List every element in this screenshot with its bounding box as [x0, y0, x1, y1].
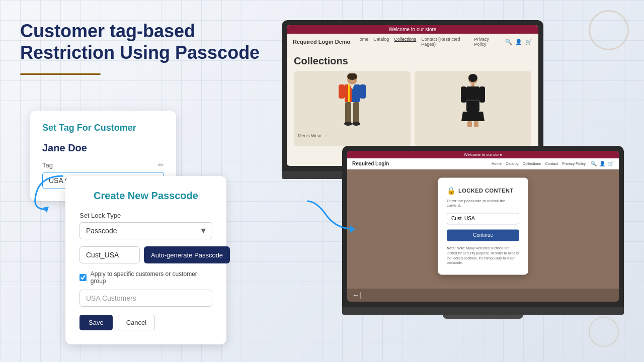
tag-field-label: Tag	[42, 161, 53, 169]
nav-privacy[interactable]: Privacy Policy	[474, 37, 499, 47]
collection-mens[interactable]: Men's Wear →	[294, 71, 411, 146]
cart-icon[interactable]: 🛒	[525, 39, 532, 45]
lock-type-select[interactable]: Passcode	[79, 222, 212, 239]
svg-rect-8	[360, 84, 366, 99]
svg-marker-18	[461, 112, 485, 121]
passcode-card: Create New Passcode Set Lock Type Passco…	[65, 176, 226, 344]
laptop-front-base	[342, 307, 624, 315]
womens-wear-label[interactable]	[415, 131, 531, 135]
locked-note: Note: Note: Many websites sections are l…	[447, 246, 519, 265]
front-nav-links: Home Catalog Collections Contact Privacy…	[394, 161, 586, 166]
apply-customers-label: Apply to specific customers or customer …	[91, 270, 212, 285]
title-underline	[20, 73, 101, 75]
womens-figure	[415, 71, 531, 131]
store-nav-links-back: Home Catalog Collections Contact (Restri…	[356, 37, 499, 47]
lock-type-select-wrapper: Passcode ▼	[79, 222, 212, 239]
search-icon[interactable]: 🔍	[505, 39, 512, 45]
nav-catalog[interactable]: Catalog	[373, 37, 389, 47]
passcode-input[interactable]	[79, 246, 140, 263]
action-buttons: Save Cancel	[79, 315, 212, 330]
locked-description: Enter the passcode to unlock the content…	[447, 199, 519, 208]
edit-icon[interactable]: ✏	[158, 161, 164, 169]
left-section: Customer tag-based Restriction Using Pas…	[20, 20, 272, 90]
locked-popup: 🔒 LOCKED CONTENT Enter the passcode to u…	[438, 177, 528, 275]
collections-heading: Collections	[287, 50, 538, 71]
front-cart-icon[interactable]: 🛒	[608, 161, 614, 166]
deco-circle-2	[589, 317, 619, 347]
nav-back-icon[interactable]: ←|	[352, 291, 361, 299]
apply-customers-checkbox[interactable]	[79, 274, 87, 281]
apply-customers-row: Apply to specific customers or customer …	[79, 270, 212, 285]
passcode-row: Auto-generate Passcode	[79, 246, 212, 263]
locked-title: LOCKED CONTENT	[458, 188, 514, 194]
svg-point-12	[352, 122, 360, 126]
nav-home[interactable]: Home	[356, 37, 368, 47]
svg-rect-22	[467, 121, 472, 127]
mens-figure	[294, 71, 411, 131]
nav-collections[interactable]: Collections	[394, 37, 416, 47]
male-figure-svg	[335, 73, 370, 129]
svg-rect-10	[353, 102, 359, 123]
svg-rect-9	[345, 102, 351, 123]
front-nav-icons: 🔍 👤 🛒	[591, 161, 614, 166]
store-logo-front: Required Login	[352, 161, 389, 166]
store-nav-back: Required Login Demo Home Catalog Collect…	[287, 34, 538, 50]
tag-card-title: Set Tag For Customer	[42, 123, 164, 133]
customers-group-input[interactable]	[79, 290, 212, 307]
screen-inner-front: Welcome to our store Required Login Home…	[347, 151, 619, 302]
collection-grid: Men's Wear →	[287, 71, 538, 146]
front-nav-privacy[interactable]: Privacy Policy	[562, 161, 586, 166]
svg-rect-23	[474, 121, 478, 127]
store-logo-back: Required Login Demo	[293, 39, 350, 45]
passcode-card-title: Create New Passcode	[79, 190, 212, 202]
customer-name: Jane Doe	[42, 142, 164, 154]
svg-rect-16	[471, 84, 474, 86]
svg-rect-19	[461, 86, 466, 103]
laptop-front-stand	[443, 315, 523, 319]
front-user-icon[interactable]: 👤	[599, 161, 605, 166]
curved-arrow-2	[302, 196, 362, 246]
user-icon[interactable]: 👤	[515, 39, 522, 45]
deco-circle-1	[589, 10, 629, 50]
store-banner-back: Welcome to our store	[287, 25, 538, 34]
bottom-nav-bar: ←|	[347, 289, 619, 302]
lock-type-label: Set Lock Type	[79, 212, 212, 219]
cancel-button[interactable]: Cancel	[118, 315, 155, 330]
female-figure-svg	[455, 73, 491, 129]
screen-inner-back: Welcome to our store Required Login Demo…	[287, 25, 538, 166]
svg-point-15	[468, 74, 477, 82]
store-banner-front: Welcome to our store	[347, 151, 619, 158]
curved-arrow-1	[28, 173, 73, 214]
front-nav-catalog[interactable]: Catalog	[506, 161, 519, 166]
front-nav-collections[interactable]: Collections	[523, 161, 541, 166]
store-nav-front: Required Login Home Catalog Collections …	[347, 158, 619, 169]
save-button[interactable]: Save	[79, 315, 113, 330]
svg-marker-1	[350, 226, 355, 233]
svg-rect-21	[466, 100, 479, 101]
continue-button[interactable]: Continue	[447, 229, 519, 241]
svg-point-11	[344, 122, 352, 126]
svg-rect-7	[339, 84, 345, 99]
front-nav-home[interactable]: Home	[492, 161, 502, 166]
locked-header: 🔒 LOCKED CONTENT	[447, 187, 519, 195]
front-search-icon[interactable]: 🔍	[591, 161, 597, 166]
svg-rect-17	[466, 86, 479, 112]
svg-rect-6	[348, 84, 350, 102]
locked-passcode-input[interactable]	[447, 213, 519, 224]
auto-generate-button[interactable]: Auto-generate Passcode	[144, 246, 230, 263]
front-nav-contact[interactable]: Contact	[545, 161, 558, 166]
laptop-front: Welcome to our store Required Login Home…	[342, 146, 624, 319]
mens-wear-label[interactable]: Men's Wear →	[294, 131, 411, 140]
screen-frame-front: Welcome to our store Required Login Home…	[342, 146, 624, 307]
collection-womens[interactable]	[415, 71, 531, 146]
store-nav-icons: 🔍 👤 🛒	[505, 39, 532, 45]
lock-icon: 🔒	[447, 187, 455, 195]
svg-rect-20	[479, 86, 485, 103]
nav-contact[interactable]: Contact (Restricted Pages)	[421, 37, 469, 47]
page-title: Customer tag-based Restriction Using Pas…	[20, 20, 272, 63]
